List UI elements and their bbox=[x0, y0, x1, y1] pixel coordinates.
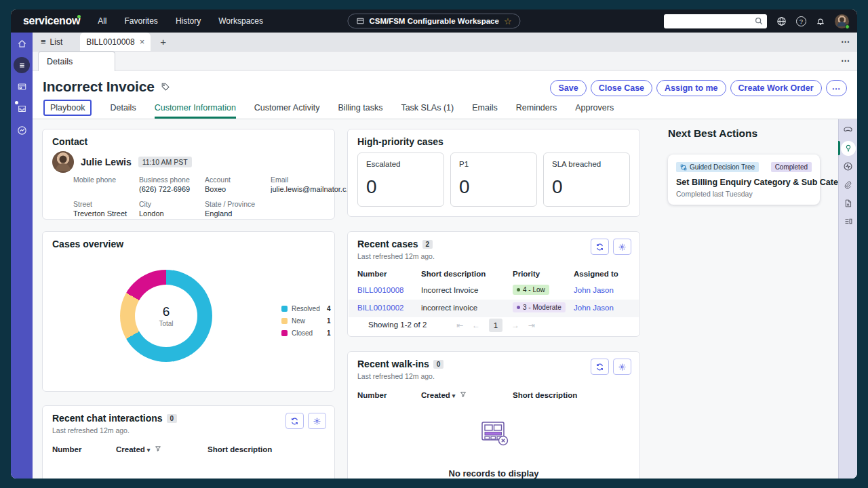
menu-active-circle bbox=[14, 57, 30, 73]
refresh-status: Last refreshed 12m ago. bbox=[357, 372, 435, 380]
nav-item-history[interactable]: History bbox=[176, 16, 201, 26]
tag-icon[interactable] bbox=[161, 82, 170, 92]
next-best-action-card[interactable]: Guided Decision Tree Completed Set Billi… bbox=[668, 155, 820, 205]
list-tab[interactable]: ≡ List bbox=[33, 33, 71, 51]
column-header[interactable]: Number bbox=[357, 391, 387, 399]
pagination-summary: Showing 1-2 of 2 bbox=[368, 321, 427, 329]
contact-local-time: 11:10 AM PST bbox=[138, 157, 192, 167]
column-header[interactable]: Short description bbox=[421, 270, 486, 278]
legend-item-closed[interactable]: Closed 1 bbox=[281, 329, 331, 337]
add-tab-button[interactable]: + bbox=[151, 33, 176, 51]
nba-card-title[interactable]: Set Billing Enquiry Category & Sub Categ… bbox=[676, 178, 812, 187]
tab-reminders[interactable]: Reminders bbox=[516, 97, 557, 119]
case-number-link[interactable]: BILL0010002 bbox=[357, 304, 403, 312]
servicenow-logo[interactable]: servicenow bbox=[23, 15, 80, 27]
workspace-switcher[interactable]: CSM/FSM Configurable Workspace ☆ bbox=[347, 14, 520, 28]
tab-details[interactable]: Details bbox=[110, 97, 136, 119]
table-row[interactable]: BILL0010008 Incorrect Invoice 4 - Low Jo… bbox=[349, 282, 639, 300]
favorite-star-icon[interactable]: ☆ bbox=[504, 16, 512, 26]
create-work-order-button[interactable]: Create Work Order bbox=[730, 80, 822, 96]
sidebar-workspace-button[interactable] bbox=[11, 76, 33, 98]
more-actions-button[interactable]: ⋯ bbox=[826, 80, 848, 96]
first-page-icon[interactable]: ⇤ bbox=[456, 321, 463, 330]
nav-item-workspaces[interactable]: Workspaces bbox=[218, 16, 263, 26]
contact-avatar[interactable] bbox=[52, 151, 74, 173]
notifications-bell-icon[interactable] bbox=[816, 16, 825, 26]
legend-count: 1 bbox=[327, 317, 331, 325]
record-title-row: Incorrect Invoice bbox=[43, 79, 170, 95]
assign-to-me-button[interactable]: Assign to me bbox=[656, 80, 726, 96]
user-avatar[interactable] bbox=[835, 14, 849, 28]
search-input[interactable] bbox=[664, 14, 767, 28]
sidebar-inbox-button[interactable] bbox=[11, 98, 33, 119]
form-bar-options-button[interactable]: ⋯ bbox=[841, 52, 850, 70]
gear-icon[interactable] bbox=[613, 359, 631, 375]
close-case-button[interactable]: Close Case bbox=[591, 80, 652, 96]
attachments-button[interactable] bbox=[839, 176, 857, 194]
next-best-actions-button[interactable] bbox=[839, 139, 857, 157]
tab-emails[interactable]: Emails bbox=[472, 97, 498, 119]
gear-icon[interactable] bbox=[613, 239, 631, 255]
column-header[interactable]: Short description bbox=[208, 445, 272, 453]
top-right-tools: ? bbox=[664, 9, 849, 33]
prev-page-icon[interactable]: ← bbox=[472, 321, 480, 330]
tab-strip-options-button[interactable]: ⋯ bbox=[841, 33, 850, 51]
tab-task-slas-label: Task SLAs (1) bbox=[401, 103, 454, 113]
donut-chart[interactable]: 6 Total bbox=[120, 270, 212, 362]
paperclip-icon bbox=[844, 180, 852, 190]
refresh-button[interactable] bbox=[591, 239, 609, 255]
tile-p1[interactable]: P1 0 bbox=[450, 152, 537, 207]
related-lists-button[interactable] bbox=[839, 212, 857, 230]
column-header[interactable]: Priority bbox=[513, 270, 540, 278]
column-header[interactable]: Number bbox=[357, 270, 387, 278]
gear-icon[interactable] bbox=[308, 413, 326, 429]
sort-caret-icon[interactable]: ▾ bbox=[452, 392, 456, 399]
tile-escalated[interactable]: Escalated 0 bbox=[357, 152, 444, 207]
nav-item-favorites[interactable]: Favorites bbox=[125, 16, 158, 26]
last-page-icon[interactable]: ⇥ bbox=[528, 321, 535, 330]
tab-billing-tasks[interactable]: Billing tasks bbox=[338, 97, 382, 119]
search-icon[interactable] bbox=[754, 16, 764, 28]
tab-customer-activity[interactable]: Customer Activity bbox=[254, 97, 320, 119]
column-header[interactable]: Short description bbox=[513, 391, 577, 399]
current-page[interactable]: 1 bbox=[489, 319, 502, 332]
column-header[interactable]: Assigned to bbox=[574, 270, 618, 278]
save-button[interactable]: Save bbox=[550, 80, 586, 96]
column-header-sortable[interactable]: Created▾ bbox=[421, 391, 467, 399]
case-number-link[interactable]: BILL0010008 bbox=[357, 286, 403, 294]
sidebar-home-button[interactable] bbox=[11, 33, 33, 54]
tab-approvers[interactable]: Approvers bbox=[575, 97, 614, 119]
refresh-button[interactable] bbox=[285, 413, 304, 429]
table-row[interactable]: BILL0010002 incorrect invoice 3 - Modera… bbox=[349, 300, 639, 317]
priority-cell: 3 - Moderate bbox=[513, 302, 566, 312]
next-page-icon[interactable]: → bbox=[511, 321, 519, 330]
record-tab[interactable]: BILL0010008 × bbox=[80, 33, 151, 51]
activity-button[interactable] bbox=[839, 157, 857, 176]
filter-icon[interactable] bbox=[460, 391, 467, 398]
legend-item-resolved[interactable]: Resolved 4 bbox=[281, 305, 331, 312]
details-form-tab[interactable]: Details bbox=[38, 52, 115, 71]
sort-caret-icon[interactable]: ▾ bbox=[147, 447, 151, 453]
globe-icon[interactable] bbox=[776, 16, 787, 26]
column-header[interactable]: Number bbox=[52, 445, 81, 453]
tab-customer-information[interactable]: Customer Information bbox=[155, 97, 236, 119]
contact-name[interactable]: Julie Lewis bbox=[81, 157, 132, 167]
sidebar-menu-button[interactable] bbox=[11, 54, 33, 76]
tile-sla-breached[interactable]: SLA breached 0 bbox=[543, 152, 630, 207]
tab-task-slas[interactable]: Task SLAs (1) bbox=[401, 97, 454, 119]
assigned-to-link[interactable]: John Jason bbox=[574, 286, 614, 294]
legend-swatch bbox=[281, 330, 288, 336]
column-header-sortable[interactable]: Created▾ bbox=[116, 445, 161, 453]
assigned-to-link[interactable]: John Jason bbox=[574, 304, 614, 312]
close-tab-icon[interactable]: × bbox=[140, 37, 145, 47]
help-icon[interactable]: ? bbox=[796, 16, 806, 26]
refresh-button[interactable] bbox=[591, 359, 609, 375]
nav-item-all[interactable]: All bbox=[98, 16, 106, 26]
tab-playbook[interactable]: Playbook bbox=[49, 97, 92, 119]
legend-item-new[interactable]: New 1 bbox=[281, 317, 331, 325]
sidebar-dashboard-button[interactable] bbox=[11, 119, 33, 141]
tab-billing-tasks-label: Billing tasks bbox=[338, 103, 382, 113]
notes-button[interactable] bbox=[839, 194, 857, 212]
filter-icon[interactable] bbox=[155, 445, 161, 452]
agent-assist-button[interactable] bbox=[839, 121, 857, 139]
